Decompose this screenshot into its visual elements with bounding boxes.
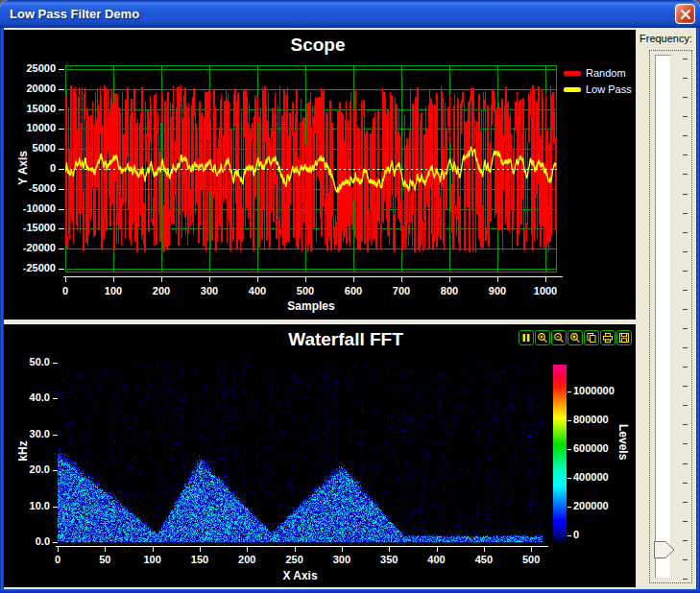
slider-track[interactable] — [655, 55, 671, 579]
scope-x-tick-label: 500 — [297, 285, 314, 297]
waterfall-x-tick-label: 150 — [191, 554, 208, 566]
colorbar-tick-label: 200000 — [573, 500, 609, 512]
slider-tick-mark — [683, 367, 688, 368]
slider-tick-mark — [683, 483, 688, 484]
slider-tick-mark — [683, 135, 688, 136]
legend-item-lowpass: Low Pass — [564, 83, 632, 95]
slider-tick-mark — [683, 116, 688, 117]
scope-x-tick-mark — [257, 276, 258, 282]
colorbar-tick-label: 800000 — [573, 414, 609, 426]
colorbar-tick-mark — [567, 449, 571, 450]
slider-tick-mark — [683, 232, 688, 233]
frequency-label: Frequency: — [640, 33, 692, 44]
waterfall-x-tick-label: 250 — [285, 554, 302, 566]
pause-icon — [520, 332, 532, 344]
window-content: Scope Y Axis Samples Random Low Pass 250… — [4, 28, 696, 589]
waterfall-x-tick-label: 500 — [522, 554, 540, 566]
slider-tick-mark — [683, 97, 688, 98]
close-button[interactable] — [675, 4, 695, 24]
copy-icon — [586, 332, 597, 344]
waterfall-x-tick-mark — [58, 546, 59, 552]
slider-tick-mark — [683, 502, 688, 503]
scope-plot-area — [65, 65, 557, 273]
scope-y-tick-mark — [59, 228, 64, 229]
waterfall-x-axis-line — [56, 546, 548, 547]
slider-tick-mark — [683, 213, 688, 214]
scope-x-tick-mark — [209, 276, 210, 282]
save-button[interactable] — [616, 330, 632, 345]
scope-y-tick-mark — [59, 249, 64, 249]
zoom-out-button[interactable] — [551, 330, 567, 345]
pause-button[interactable] — [519, 330, 534, 345]
waterfall-y-axis-label: kHz — [16, 393, 30, 509]
zoom-off-button[interactable] — [567, 330, 583, 345]
slider-tick-mark — [683, 579, 688, 580]
scope-x-tick-mark — [305, 276, 306, 282]
close-icon — [680, 9, 691, 20]
colorbar-tick-label: 0 — [573, 529, 579, 541]
colorbar-tick-mark — [567, 391, 571, 392]
waterfall-y-tick-label: 50.0 — [4, 356, 50, 368]
window-border-right — [696, 28, 700, 589]
scope-x-tick-label: 200 — [153, 285, 170, 297]
slider-tick-mark — [683, 559, 688, 560]
title-bar[interactable]: Low Pass Filter Demo — [0, 0, 700, 28]
zoom-in-icon — [537, 332, 548, 344]
waterfall-x-tick-mark — [295, 546, 296, 552]
app-window: Low Pass Filter Demo Scope Y Axis Sample… — [0, 0, 700, 593]
scope-y-tick-label: -20000 — [4, 242, 56, 254]
scope-x-tick-mark — [401, 276, 402, 282]
colorbar-label: Levels — [616, 424, 630, 460]
waterfall-x-tick-label: 50 — [99, 554, 110, 566]
slider-thumb[interactable] — [654, 541, 675, 558]
scope-x-tick-mark — [353, 276, 354, 282]
waterfall-plot-area[interactable] — [58, 363, 543, 542]
scope-y-tick-mark — [59, 129, 64, 130]
scope-x-tick-label: 800 — [441, 285, 458, 297]
scope-x-tick-mark — [449, 276, 450, 282]
colorbar-tick-label: 1000000 — [573, 385, 615, 397]
waterfall-x-tick-label: 0 — [55, 554, 60, 566]
frequency-panel: Frequency: — [637, 28, 696, 589]
slider-tick-mark — [683, 521, 688, 522]
slider-tick-mark — [683, 328, 688, 329]
slider-tick-mark — [683, 463, 688, 464]
waterfall-y-tick-mark — [53, 435, 58, 436]
legend-item-random: Random — [564, 67, 632, 79]
frequency-slider[interactable] — [649, 50, 692, 583]
waterfall-y-tick-label: 30.0 — [4, 428, 50, 440]
scope-chart-title: Scope — [4, 35, 632, 56]
print-icon — [602, 332, 614, 344]
zoom-in-button[interactable] — [535, 330, 550, 345]
slider-tick-mark — [683, 386, 688, 387]
slider-tick-mark — [683, 347, 688, 348]
scope-y-tick-label: -25000 — [4, 262, 56, 274]
colorbar-tick-mark — [567, 420, 571, 421]
waterfall-x-tick-label: 350 — [380, 554, 398, 566]
scope-x-tick-mark — [161, 276, 162, 282]
print-button[interactable] — [600, 330, 616, 345]
lowpass-series-swatch — [564, 87, 581, 92]
waterfall-x-tick-label: 200 — [238, 554, 255, 566]
scope-x-tick-mark — [497, 276, 498, 282]
waterfall-y-tick-mark — [53, 470, 58, 471]
scope-y-tick-mark — [59, 189, 64, 190]
scope-y-tick-label: 5000 — [4, 142, 56, 154]
zoom-out-icon — [553, 332, 565, 344]
scope-x-tick-label: 300 — [201, 285, 218, 297]
slider-tick-mark — [683, 290, 688, 291]
waterfall-y-tick-label: 40.0 — [4, 391, 50, 404]
window-border-bottom — [0, 589, 700, 593]
window-border-left — [0, 28, 4, 589]
scope-x-tick-label: 600 — [345, 285, 362, 297]
scope-x-tick-label: 100 — [105, 285, 122, 297]
lowpass-series-label: Low Pass — [586, 83, 632, 95]
copy-button[interactable] — [584, 330, 599, 345]
save-icon — [618, 332, 630, 344]
waterfall-x-tick-mark — [153, 546, 154, 552]
waterfall-y-tick-label: 10.0 — [4, 500, 50, 512]
slider-tick-mark — [683, 540, 688, 541]
zoom-off-icon — [569, 332, 581, 344]
scope-y-tick-label: 0 — [4, 162, 56, 175]
scope-x-tick-mark — [545, 276, 546, 282]
